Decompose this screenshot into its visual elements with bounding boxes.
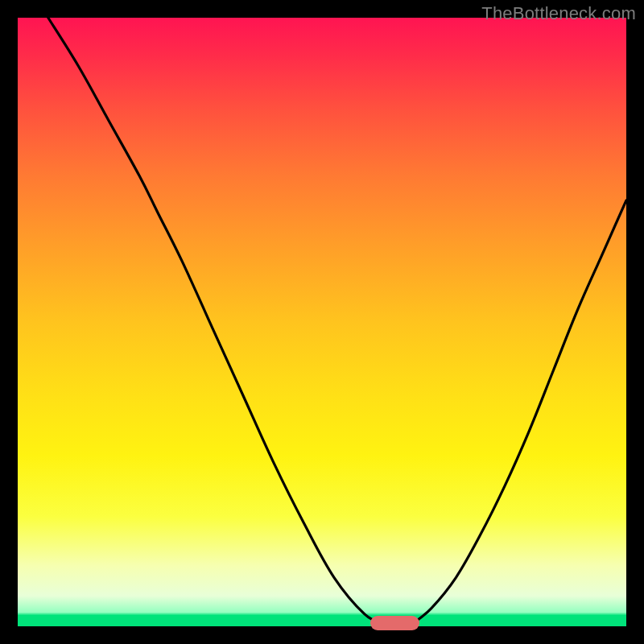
chart-frame: TheBottleneck.com [0,0,644,644]
curve-left-branch [48,18,383,623]
curve-right-branch [413,200,626,623]
minimum-marker [370,616,419,630]
watermark-text: TheBottleneck.com [481,3,636,24]
bottleneck-curve [18,18,626,626]
plot-area [18,18,626,626]
